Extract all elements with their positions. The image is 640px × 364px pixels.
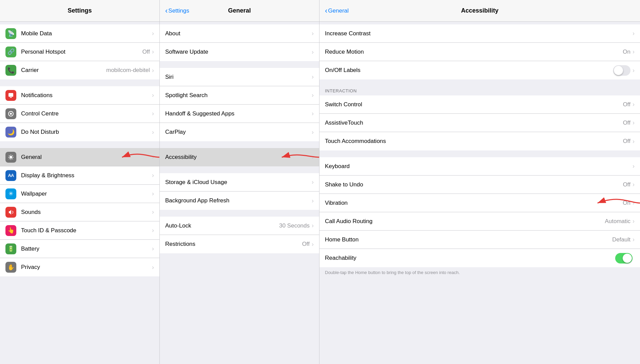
restrictions-chevron: › bbox=[312, 241, 314, 248]
settings-row-mobile-data[interactable]: 📡 Mobile Data › bbox=[0, 24, 159, 43]
settings-row-wallpaper[interactable]: ✳ Wallpaper › bbox=[0, 185, 159, 203]
settings-row-personal-hotspot[interactable]: 🔗 Personal Hotspot Off › bbox=[0, 43, 159, 61]
reduce-motion-label: Reduce Motion bbox=[325, 49, 623, 55]
acc-row-keyboard[interactable]: Keyboard › bbox=[319, 157, 640, 176]
control-centre-icon bbox=[5, 108, 16, 119]
display-brightness-icon: AA bbox=[5, 170, 16, 181]
carrier-icon: 📞 bbox=[5, 65, 16, 76]
general-row-carplay[interactable]: CarPlay › bbox=[160, 123, 319, 141]
general-row-handoff[interactable]: Handoff & Suggested Apps › bbox=[160, 105, 319, 123]
general-row-auto-lock[interactable]: Auto-Lock 30 Seconds › bbox=[160, 217, 319, 235]
general-chevron: › bbox=[152, 153, 154, 161]
settings-group-2: Notifications › Control Centre › 🌙 Do No… bbox=[0, 86, 159, 141]
acc-row-assistive-touch[interactable]: AssistiveTouch Off › bbox=[319, 114, 640, 132]
svg-rect-0 bbox=[8, 93, 13, 97]
back-chevron-icon: ‹ bbox=[165, 6, 168, 15]
restrictions-value: Off bbox=[302, 241, 310, 248]
general-row-accessibility[interactable]: Accessibility › bbox=[160, 148, 319, 166]
settings-scroll[interactable]: 📡 Mobile Data › 🔗 Personal Hotspot Off ›… bbox=[0, 22, 159, 364]
general-row-about[interactable]: About › bbox=[160, 24, 319, 43]
display-brightness-chevron: › bbox=[152, 172, 154, 179]
acc-row-touch-accommodations[interactable]: Touch Accommodations Off › bbox=[319, 132, 640, 150]
general-scroll[interactable]: About › Software Update › Siri › Spotlig… bbox=[160, 22, 319, 364]
settings-row-notifications[interactable]: Notifications › bbox=[0, 86, 159, 105]
shake-to-undo-value: Off bbox=[623, 181, 630, 188]
touch-accommodations-chevron: › bbox=[633, 138, 635, 145]
accessibility-back-button[interactable]: ‹ General bbox=[325, 6, 349, 15]
accessibility-label: Accessibility bbox=[165, 154, 312, 161]
general-back-button[interactable]: ‹ Settings bbox=[165, 6, 189, 15]
notifications-label: Notifications bbox=[21, 92, 152, 99]
settings-row-control-centre[interactable]: Control Centre › bbox=[0, 105, 159, 123]
switch-control-chevron: › bbox=[633, 101, 635, 108]
general-group-4: Storage & iCloud Usage › Background App … bbox=[160, 173, 319, 210]
settings-row-touch-id[interactable]: 👆 Touch ID & Passcode › bbox=[0, 221, 159, 240]
sounds-label: Sounds bbox=[21, 209, 152, 216]
acc-group-2: Switch Control Off › AssistiveTouch Off … bbox=[319, 95, 640, 150]
general-row-siri[interactable]: Siri › bbox=[160, 68, 319, 86]
general-icon bbox=[5, 152, 16, 163]
vibration-chevron: › bbox=[633, 199, 635, 206]
about-label: About bbox=[165, 30, 312, 37]
vibration-value: On bbox=[623, 200, 630, 206]
acc-row-onoff-labels[interactable]: On/Off Labels › bbox=[319, 61, 640, 79]
bg-refresh-label: Background App Refresh bbox=[165, 197, 312, 204]
storage-chevron: › bbox=[312, 179, 314, 186]
accessibility-back-label: General bbox=[328, 7, 348, 14]
settings-row-sounds[interactable]: Sounds › bbox=[0, 203, 159, 221]
touch-id-label: Touch ID & Passcode bbox=[21, 227, 152, 234]
interaction-section-header: INTERACTION bbox=[319, 86, 640, 95]
settings-row-display-brightness[interactable]: AA Display & Brightness › bbox=[0, 166, 159, 185]
battery-icon: 🔋 bbox=[5, 243, 16, 254]
settings-row-do-not-disturb[interactable]: 🌙 Do Not Disturb › bbox=[0, 123, 159, 141]
acc-row-switch-control[interactable]: Switch Control Off › bbox=[319, 95, 640, 114]
carplay-chevron: › bbox=[312, 129, 314, 136]
touch-accommodations-value: Off bbox=[623, 138, 630, 145]
keyboard-chevron: › bbox=[633, 163, 635, 170]
reachability-toggle[interactable] bbox=[615, 253, 633, 263]
general-row-restrictions[interactable]: Restrictions Off › bbox=[160, 235, 319, 253]
battery-chevron: › bbox=[152, 245, 154, 252]
general-row-bg-refresh[interactable]: Background App Refresh › bbox=[160, 192, 319, 210]
siri-chevron: › bbox=[312, 73, 314, 80]
accessibility-scroll[interactable]: Increase Contrast › Reduce Motion On › O… bbox=[319, 22, 640, 364]
acc-row-reachability[interactable]: Reachability bbox=[319, 249, 640, 267]
software-update-label: Software Update bbox=[165, 49, 312, 55]
shake-to-undo-chevron: › bbox=[633, 181, 635, 188]
general-row-storage[interactable]: Storage & iCloud Usage › bbox=[160, 173, 319, 192]
switch-control-label: Switch Control bbox=[325, 101, 623, 108]
acc-row-shake-to-undo[interactable]: Shake to Undo Off › bbox=[319, 176, 640, 194]
general-header: ‹ Settings General bbox=[160, 0, 319, 22]
mobile-data-label: Mobile Data bbox=[21, 30, 152, 37]
switch-control-value: Off bbox=[623, 101, 630, 108]
accessibility-title: Accessibility bbox=[461, 7, 498, 14]
acc-row-vibration[interactable]: Vibration On › bbox=[319, 194, 640, 212]
acc-row-reduce-motion[interactable]: Reduce Motion On › bbox=[319, 43, 640, 61]
settings-row-general[interactable]: General › bbox=[0, 148, 159, 166]
reduce-motion-value: On bbox=[623, 49, 630, 55]
settings-row-privacy[interactable]: ✋ Privacy › bbox=[0, 258, 159, 276]
general-title: General bbox=[228, 7, 251, 14]
acc-row-home-button[interactable]: Home Button Default › bbox=[319, 231, 640, 249]
settings-row-carrier[interactable]: 📞 Carrier mobilcom-debitel › bbox=[0, 61, 159, 79]
settings-group-1: 📡 Mobile Data › 🔗 Personal Hotspot Off ›… bbox=[0, 24, 159, 79]
settings-row-battery[interactable]: 🔋 Battery › bbox=[0, 240, 159, 258]
reachability-knob bbox=[623, 254, 632, 263]
bg-refresh-chevron: › bbox=[312, 197, 314, 204]
privacy-label: Privacy bbox=[21, 264, 152, 271]
increase-contrast-label: Increase Contrast bbox=[325, 30, 633, 37]
privacy-icon: ✋ bbox=[5, 262, 16, 273]
onoff-labels-knob bbox=[614, 66, 623, 75]
general-row-spotlight-search[interactable]: Spotlight Search › bbox=[160, 86, 319, 105]
software-update-chevron: › bbox=[312, 49, 314, 56]
general-group-5: Auto-Lock 30 Seconds › Restrictions Off … bbox=[160, 217, 319, 253]
wallpaper-label: Wallpaper bbox=[21, 190, 152, 197]
control-centre-label: Control Centre bbox=[21, 110, 152, 117]
display-brightness-label: Display & Brightness bbox=[21, 172, 152, 179]
acc-row-increase-contrast[interactable]: Increase Contrast › bbox=[319, 24, 640, 43]
call-audio-value: Automatic bbox=[605, 218, 630, 225]
notifications-icon bbox=[5, 90, 16, 101]
onoff-labels-toggle[interactable] bbox=[613, 65, 630, 76]
general-row-software-update[interactable]: Software Update › bbox=[160, 43, 319, 61]
acc-row-call-audio[interactable]: Call Audio Routing Automatic › bbox=[319, 212, 640, 231]
